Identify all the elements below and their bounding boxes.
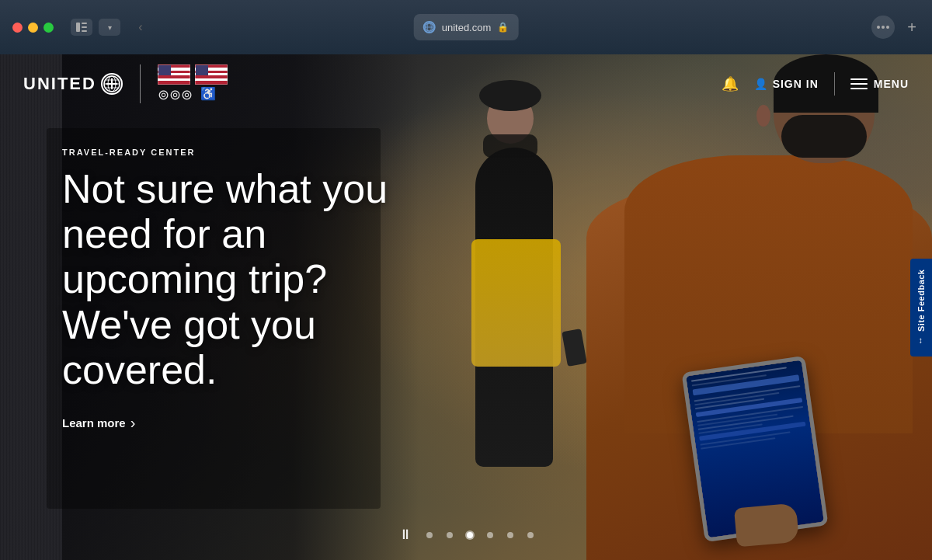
svg-point-11 — [108, 76, 116, 92]
hero-content: TRAVEL-READY CENTER Not sure what you ne… — [62, 148, 388, 432]
learn-more-button[interactable]: Learn more — [62, 414, 135, 432]
nav-right: 🔔 👤 SIGN IN MENU — [722, 72, 909, 96]
sidebar-chevron[interactable]: ▾ — [99, 19, 120, 36]
slide-dot-5[interactable] — [507, 532, 513, 538]
navigation-bar: UNITED — [0, 54, 932, 113]
add-tab-button[interactable]: + — [904, 16, 920, 40]
svg-point-9 — [886, 26, 889, 29]
hamburger-icon — [850, 78, 868, 89]
browser-controls: ▾ — [71, 19, 120, 36]
hero-label: TRAVEL-READY CENTER — [62, 148, 388, 157]
more-options-button[interactable] — [871, 16, 895, 39]
united-globe-icon — [101, 73, 123, 95]
site-feedback-tab[interactable]: ↔ Site Feedback — [910, 259, 932, 357]
olympics-icon: ⊚⊚⊚ — [158, 86, 193, 103]
svg-rect-3 — [82, 30, 87, 32]
browser-chrome: ▾ ‹ united.com 🔒 + — [0, 0, 932, 54]
flags-area: ⊚⊚⊚ ♿ — [158, 64, 228, 103]
us-flag-1 — [158, 64, 190, 85]
logo-divider — [140, 64, 141, 103]
feedback-arrow-icon: ↔ — [916, 336, 926, 346]
feedback-text: Site Feedback — [916, 270, 926, 332]
slide-dot-1[interactable] — [426, 532, 433, 538]
menu-button[interactable]: MENU — [850, 78, 909, 90]
pause-button[interactable]: ⏸ — [398, 527, 412, 543]
browser-right-controls: + — [871, 16, 920, 40]
hamburger-line-1 — [850, 78, 868, 80]
slide-dot-4[interactable] — [487, 532, 493, 538]
svg-point-7 — [877, 26, 880, 29]
sidebar-toggle[interactable] — [71, 19, 92, 36]
us-flag-2 — [195, 64, 228, 85]
maximize-button[interactable] — [43, 23, 54, 33]
notification-bell-icon[interactable]: 🔔 — [722, 75, 739, 92]
url-text: united.com — [442, 22, 492, 33]
feedback-label[interactable]: ↔ Site Feedback — [910, 259, 932, 357]
minimize-button[interactable] — [28, 23, 38, 33]
slide-dot-6[interactable] — [527, 532, 534, 538]
lock-icon: 🔒 — [497, 22, 509, 33]
logo-area: UNITED — [23, 64, 228, 103]
sign-in-label: SIGN IN — [773, 78, 819, 90]
close-button[interactable] — [12, 23, 23, 33]
svg-point-8 — [882, 26, 885, 29]
hamburger-line-3 — [850, 88, 868, 89]
slide-controls: ⏸ — [398, 527, 534, 543]
slide-dot-2[interactable] — [447, 532, 453, 538]
svg-rect-0 — [76, 23, 80, 32]
hamburger-line-2 — [850, 83, 868, 85]
sign-in-button[interactable]: 👤 SIGN IN — [754, 78, 819, 90]
address-bar[interactable]: united.com 🔒 — [414, 14, 519, 40]
olympic-row: ⊚⊚⊚ ♿ — [158, 86, 228, 103]
hero-headline: Not sure what you need for an upcoming t… — [62, 166, 388, 392]
flag-row-top — [158, 64, 228, 85]
united-logo[interactable]: UNITED — [23, 73, 123, 95]
site-globe-icon — [423, 21, 436, 33]
menu-label: MENU — [874, 78, 909, 90]
website-content: UNITED — [0, 54, 932, 560]
nav-divider — [834, 72, 835, 96]
paralympics-icon: ♿ — [200, 86, 216, 103]
back-arrow[interactable]: ‹ — [130, 19, 151, 36]
traffic-lights — [12, 23, 54, 33]
svg-rect-1 — [82, 23, 87, 24]
slide-dot-3[interactable] — [467, 532, 473, 538]
svg-point-10 — [104, 76, 120, 92]
united-text: UNITED — [23, 74, 96, 94]
user-icon: 👤 — [754, 78, 768, 90]
svg-rect-2 — [82, 26, 87, 28]
